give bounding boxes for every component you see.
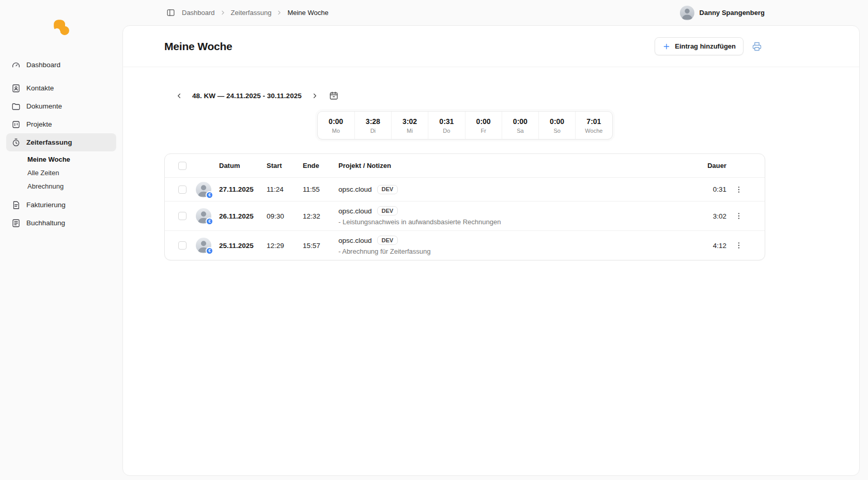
sidebar-item-kontakte[interactable]: Kontakte	[6, 79, 116, 97]
zeiterfassung-submenu: Meine Woche Alle Zeiten Abrechnung	[6, 151, 116, 196]
page-header: Meine Woche Eintrag hinzufügen	[123, 26, 859, 67]
entry-duration: 3:02	[685, 212, 726, 220]
sidebar-item-label: Fakturierung	[26, 201, 66, 209]
row-checkbox[interactable]	[178, 241, 187, 250]
printer-icon	[752, 41, 762, 52]
summary-cell-so: 0:00 So	[538, 112, 575, 139]
sidebar-nav: Dashboard Kontakte Dokumente Projekte Ze…	[6, 56, 116, 232]
sidebar-item-label: Dokumente	[26, 102, 62, 110]
sidebar: Dashboard Kontakte Dokumente Projekte Ze…	[0, 0, 122, 480]
day-total: 0:00	[318, 117, 354, 126]
sidebar-item-zeiterfassung[interactable]: Zeiterfassung	[6, 133, 116, 151]
row-checkbox[interactable]	[178, 212, 187, 220]
day-total: 0:00	[466, 117, 502, 126]
calendar-picker-button[interactable]	[327, 88, 341, 103]
summary-cell-fr: 0:00 Fr	[465, 112, 502, 139]
row-checkbox[interactable]	[178, 185, 187, 194]
table-row: € 26.11.2025 09:30 12:32 opsc.cloud DEV …	[165, 202, 765, 231]
day-total: 3:02	[392, 117, 428, 126]
user-avatar	[680, 6, 694, 20]
entry-date: 25.11.2025	[219, 242, 267, 250]
sidebar-item-projekte[interactable]: Projekte	[6, 115, 116, 133]
breadcrumb: Dashboard Zeiterfassung Meine Woche	[164, 6, 329, 20]
project-name: opsc.cloud	[338, 185, 372, 193]
summary-cell-mo: 0:00 Mo	[318, 112, 354, 139]
previous-week-button[interactable]	[172, 88, 186, 103]
kebab-menu-icon	[735, 212, 743, 220]
entry-project-cell: opsc.cloud DEV	[338, 180, 685, 199]
column-header-dauer: Dauer	[685, 162, 726, 169]
entry-date: 26.11.2025	[219, 212, 267, 220]
project-name: opsc.cloud	[338, 207, 372, 215]
row-menu-button[interactable]	[732, 238, 746, 253]
column-header-projekt: Projekt / Notizen	[338, 162, 685, 169]
next-week-button[interactable]	[308, 88, 322, 103]
entry-user-avatar: €	[196, 238, 211, 253]
sidebar-item-label: Dashboard	[26, 61, 60, 69]
table-header-row: Datum Start Ende Projekt / Notizen Dauer	[165, 154, 765, 178]
table-row: € 25.11.2025 12:29 15:57 opsc.cloud DEV …	[165, 231, 765, 260]
main-area: Dashboard Zeiterfassung Meine Woche Dann…	[122, 0, 868, 480]
sidebar-item-dokumente[interactable]: Dokumente	[6, 97, 116, 115]
entry-start: 09:30	[267, 212, 303, 220]
contact-icon	[11, 84, 21, 93]
sidebar-subitem-meine-woche[interactable]: Meine Woche	[27, 152, 116, 166]
sidebar-item-label: Projekte	[26, 120, 52, 128]
sidebar-item-dashboard[interactable]: Dashboard	[6, 56, 116, 74]
app-root: Dashboard Kontakte Dokumente Projekte Ze…	[0, 0, 868, 480]
sidebar-toggle-button[interactable]	[164, 6, 177, 20]
content-card: Meine Woche Eintrag hinzufügen	[122, 25, 860, 476]
brand-logo[interactable]	[6, 17, 116, 38]
entry-project-cell: opsc.cloud DEV - Leistungsnachweis in au…	[338, 202, 685, 230]
day-total: 0:00	[502, 117, 538, 126]
sidebar-subitem-alle-zeiten[interactable]: Alle Zeiten	[27, 166, 116, 179]
day-total: 0:31	[428, 117, 464, 126]
day-total: 3:28	[355, 117, 391, 126]
week-range-label: 48. KW — 24.11.2025 - 30.11.2025	[190, 92, 304, 100]
entry-date: 27.11.2025	[219, 185, 267, 193]
row-menu-button[interactable]	[732, 209, 746, 223]
entry-end: 12:32	[303, 212, 338, 220]
week-navigation: 48. KW — 24.11.2025 - 30.11.2025	[164, 88, 765, 103]
sidebar-subitem-abrechnung[interactable]: Abrechnung	[27, 179, 116, 193]
week-total: 7:01	[576, 117, 612, 126]
select-all-checkbox[interactable]	[178, 162, 187, 170]
breadcrumb-item-dashboard[interactable]: Dashboard	[182, 9, 215, 17]
entry-duration: 4:12	[685, 242, 726, 250]
panel-left-icon	[166, 8, 175, 17]
folder-icon	[11, 102, 21, 111]
entry-start: 12:29	[267, 242, 303, 250]
summary-cell-do: 0:31 Do	[428, 112, 464, 139]
topbar: Dashboard Zeiterfassung Meine Woche Dann…	[122, 0, 868, 25]
breadcrumb-item-zeiterfassung[interactable]: Zeiterfassung	[231, 9, 272, 17]
invoice-icon	[11, 200, 21, 210]
project-icon	[11, 120, 21, 129]
time-entries-table: Datum Start Ende Projekt / Notizen Dauer	[164, 153, 765, 260]
sidebar-item-label: Buchhaltung	[26, 219, 65, 227]
billable-euro-badge: €	[206, 191, 213, 199]
entry-duration: 0:31	[685, 185, 726, 193]
summary-cell-sa: 0:00 Sa	[502, 112, 538, 139]
ledger-icon	[11, 219, 21, 228]
page-actions: Eintrag hinzufügen	[655, 37, 765, 55]
row-menu-button[interactable]	[732, 182, 746, 197]
page-body: 48. KW — 24.11.2025 - 30.11.2025 0:00 Mo	[164, 67, 765, 260]
project-tag-badge: DEV	[377, 185, 398, 194]
column-header-ende: Ende	[303, 162, 338, 169]
chevron-right-icon	[220, 9, 226, 16]
sidebar-item-fakturierung[interactable]: Fakturierung	[6, 196, 116, 214]
day-label: Sa	[502, 128, 538, 134]
entry-note: - Leistungsnachweis in aufwandsbasierte …	[338, 218, 685, 226]
plus-icon	[662, 42, 671, 51]
brand-logo-icon	[51, 17, 72, 38]
user-menu[interactable]: Danny Spangenberg	[680, 6, 765, 20]
project-name: opsc.cloud	[338, 237, 372, 244]
day-label: Mo	[318, 128, 354, 134]
add-entry-label: Eintrag hinzufügen	[675, 42, 736, 50]
print-button[interactable]	[749, 38, 765, 55]
entry-project-cell: opsc.cloud DEV - Abrechnung für Zeiterfa…	[338, 231, 685, 260]
sidebar-item-label: Kontakte	[26, 84, 54, 92]
sidebar-subitem-label: Abrechnung	[27, 182, 64, 190]
sidebar-item-buchhaltung[interactable]: Buchhaltung	[6, 214, 116, 232]
add-entry-button[interactable]: Eintrag hinzufügen	[655, 37, 743, 55]
